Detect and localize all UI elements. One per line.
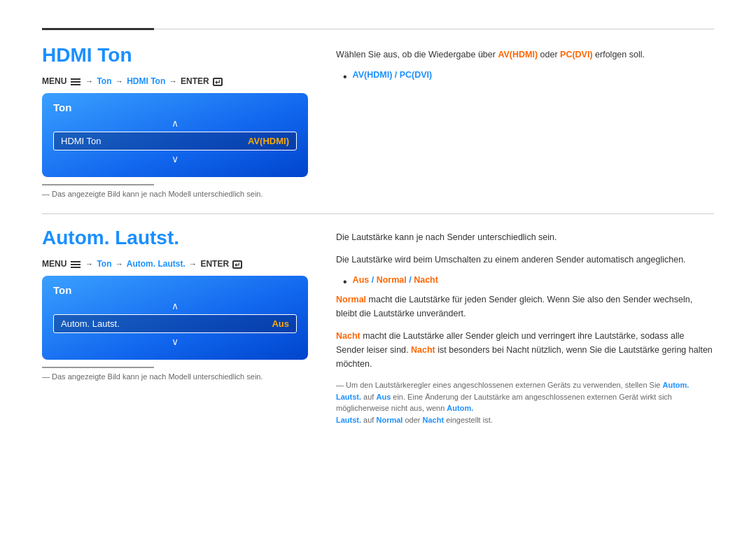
section1-erfolgen: erfolgen soll. (593, 50, 645, 59)
menu2-enter: ENTER (200, 259, 229, 269)
menu2-icon (71, 261, 80, 268)
section2-row: Autom. Lautst. MENU → Ton → Autom. Lauts… (42, 227, 714, 426)
section1-intro: Wählen Sie aus, ob die Wiedergabe über A… (336, 48, 714, 62)
note-autom2: Autom. (447, 404, 473, 412)
bullet-dot2: • (343, 275, 347, 288)
ui-box1-row-value: AV(HDMI) (248, 136, 289, 146)
section1-bullet-text: AV(HDMI) / PC(DVI) (353, 70, 433, 80)
section2-para2: Nacht macht die Lautstärke aller Sender … (336, 329, 714, 371)
ui-box2-title: Ton (53, 284, 297, 296)
section2-title: Autom. Lautst. (42, 227, 308, 249)
menu2-autom: Autom. Lautst. (127, 259, 186, 269)
divider-dark (42, 28, 154, 30)
bullet-normal: Normal (377, 275, 407, 285)
section2-small-divider (42, 367, 154, 368)
section1-small-divider (42, 184, 154, 185)
section2-bullet-text: Aus / Normal / Nacht (353, 275, 438, 285)
section1-title: HDMI Ton (42, 44, 308, 66)
bullet-dot1: • (343, 70, 347, 83)
enter2-icon (232, 260, 242, 269)
section2-note: ― Um den Lautstärkeregler eines angeschl… (336, 379, 714, 426)
section1-ui-box: Ton ∧ HDMI Ton AV(HDMI) ∨ (42, 93, 308, 177)
section1-row: HDMI Ton MENU → Ton → HDMI Ton → ENTER T… (42, 44, 714, 198)
section1-title-text: HDMI Ton (42, 44, 132, 66)
section2-ui-box: Ton ∧ Autom. Lautst. Aus ∨ (42, 276, 308, 360)
menu2-ton: Ton (97, 259, 111, 269)
ui-box2-chevron-down: ∨ (53, 336, 297, 347)
section2-para1: Normal macht die Lautstärke für jeden Se… (336, 293, 714, 321)
section2-right: Die Lautstärke kann je nach Sender unter… (336, 227, 714, 426)
ui-box1-chevron-down: ∨ (53, 153, 297, 164)
ui-box1-row-label: HDMI Ton (61, 136, 102, 146)
bullet-nacht: Nacht (414, 275, 438, 285)
section1-menu-path: MENU → Ton → HDMI Ton → ENTER (42, 76, 308, 86)
section1-bullet: • AV(HDMI) / PC(DVI) (343, 70, 714, 83)
ui-box2-row: Autom. Lautst. Aus (53, 314, 297, 333)
menu-enter: ENTER (181, 76, 209, 86)
enter-icon (213, 78, 223, 86)
para2-nacht2: Nacht (411, 345, 435, 355)
note-lautst: Lautst. (336, 416, 361, 424)
ui-box2-chevron-up: ∧ (53, 300, 297, 311)
section2-left: Autom. Lautst. MENU → Ton → Autom. Lauts… (42, 227, 308, 426)
section2-line1: Die Lautstärke kann je nach Sender unter… (336, 230, 714, 244)
ui-box2-row-value: Aus (272, 318, 289, 329)
section1-oder: oder (538, 50, 560, 59)
menu-ton: Ton (97, 76, 111, 86)
para1-text: macht die Lautstärke für jeden Sender gl… (336, 295, 692, 318)
divider-light (154, 29, 714, 29)
section2-caption: Das angezeigte Bild kann je nach Modell … (42, 372, 308, 381)
section1-caption: Das angezeigte Bild kann je nach Modell … (42, 190, 308, 198)
ui-box1-chevron-up: ∧ (53, 118, 297, 129)
section1-av-highlight: AV(HDMI) (498, 50, 538, 59)
note-nacht: Nacht (423, 416, 444, 424)
section2-title-text: Autom. Lautst. (42, 227, 179, 248)
bullet-sep1: / (372, 275, 377, 285)
menu-label: MENU (42, 76, 66, 86)
section-divider (42, 213, 714, 214)
menu-icon (71, 78, 80, 85)
note-normal: Normal (376, 416, 402, 424)
para2-nacht1: Nacht (336, 331, 360, 341)
section2-menu-path: MENU → Ton → Autom. Lautst. → ENTER (42, 259, 308, 269)
menu-hdmiton: HDMI Ton (127, 76, 165, 86)
ui-box2-row-label: Autom. Lautst. (61, 318, 120, 329)
ui-box1-row: HDMI Ton AV(HDMI) (53, 132, 297, 150)
ui-box1-title: Ton (53, 101, 297, 113)
section1-right: Wählen Sie aus, ob die Wiedergabe über A… (336, 44, 714, 198)
top-dividers (42, 28, 714, 30)
section2-bullet: • Aus / Normal / Nacht (343, 275, 714, 288)
note-aus: Aus (376, 393, 391, 401)
section1-pc-highlight: PC(DVI) (560, 50, 593, 59)
para1-normal: Normal (336, 295, 366, 304)
menu2-label: MENU (42, 259, 66, 269)
section1-left: HDMI Ton MENU → Ton → HDMI Ton → ENTER T… (42, 44, 308, 198)
bullet-aus: Aus (353, 275, 370, 285)
section1-intro-text: Wählen Sie aus, ob die Wiedergabe über (336, 50, 498, 59)
section2-line2: Die Lautstärke wird beim Umschalten zu e… (336, 253, 714, 267)
